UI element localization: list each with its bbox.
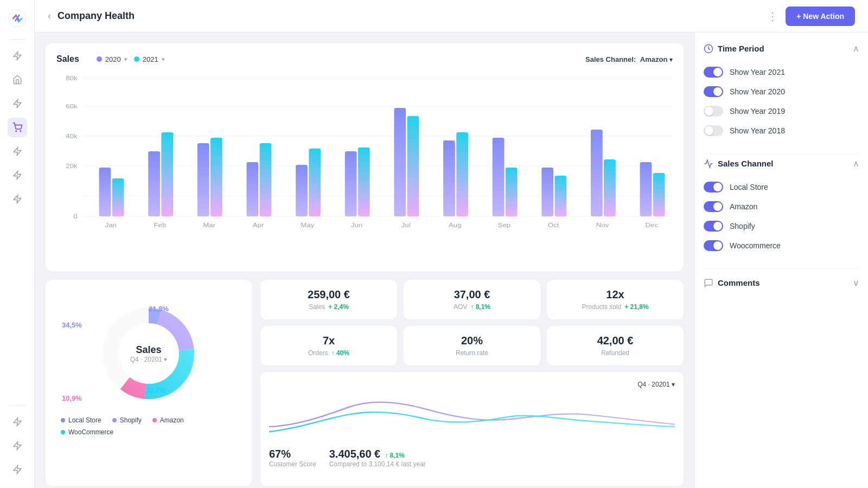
toggle-2019-switch[interactable] bbox=[704, 106, 723, 117]
svg-text:Jan: Jan bbox=[105, 222, 117, 229]
svg-text:Jun: Jun bbox=[351, 222, 362, 229]
time-period-section: Time Period ∧ Show Year 2021 bbox=[704, 43, 859, 140]
toggle-shopify-switch[interactable] bbox=[704, 221, 723, 232]
toggle-amazon-switch[interactable] bbox=[704, 201, 723, 212]
time-period-title: Time Period bbox=[704, 44, 764, 54]
sidebar-bolt5[interactable] bbox=[8, 189, 27, 209]
toggle-2018: Show Year 2018 bbox=[704, 121, 859, 140]
svg-text:Feb: Feb bbox=[154, 222, 166, 229]
metrics-column: 259,00 € Sales + 2,4% 37,00 € AOV ↑ 8,1% bbox=[260, 280, 684, 486]
svg-marker-10 bbox=[14, 171, 21, 179]
time-period-header: Time Period ∧ bbox=[704, 43, 859, 54]
sidebar-bolt3[interactable] bbox=[8, 142, 27, 161]
svg-marker-6 bbox=[14, 100, 21, 108]
sidebar-bottom-bolt3[interactable] bbox=[8, 460, 27, 479]
toggle-2019: Show Year 2019 bbox=[704, 101, 859, 121]
toggle-woocommerce-switch[interactable] bbox=[704, 240, 723, 251]
year-badges: 2020 ▾ 2021 ▾ bbox=[97, 55, 165, 63]
toggle-local-store-switch[interactable] bbox=[704, 182, 723, 192]
sales-channel-section: Sales Channel ∧ Local Store bbox=[704, 158, 859, 255]
more-options-button[interactable]: ⋮ bbox=[767, 10, 779, 23]
year-2020-badge[interactable]: 2020 ▾ bbox=[97, 55, 127, 63]
sidebar-bolt1[interactable] bbox=[8, 46, 27, 66]
header: ‹ Company Health ⋮ + New Action bbox=[35, 0, 868, 33]
line-chart-card: Q4 · 20201 ▾ bbox=[260, 372, 684, 486]
toggle-2018-switch[interactable] bbox=[704, 125, 723, 136]
comments-expand[interactable]: ∨ bbox=[853, 278, 859, 288]
svg-rect-33 bbox=[260, 143, 272, 216]
new-action-button[interactable]: + New Action bbox=[786, 7, 855, 26]
sidebar-cart[interactable] bbox=[8, 118, 27, 137]
svg-text:0: 0 bbox=[73, 213, 78, 220]
donut-legend: Local Store Shopify Amazon WooComme bbox=[56, 416, 241, 436]
legend-woocommerce: WooCommerce bbox=[61, 428, 113, 436]
svg-text:May: May bbox=[301, 222, 315, 229]
toggle-2020-switch[interactable] bbox=[704, 86, 723, 97]
svg-rect-49 bbox=[653, 173, 665, 216]
second-metrics-row: 7x Orders ↑ 40% 20% Return rate 42,00 € bbox=[260, 326, 684, 365]
customer-score-metric: 67% Customer Score bbox=[269, 448, 316, 468]
sales-channel-collapse[interactable]: ∧ bbox=[853, 158, 859, 169]
app-logo[interactable]: X bbox=[8, 9, 27, 28]
svg-rect-31 bbox=[210, 138, 222, 216]
year-2021-badge[interactable]: 2021 ▾ bbox=[134, 55, 165, 63]
sidebar-bottom-bolt1[interactable] bbox=[8, 412, 27, 432]
svg-rect-28 bbox=[148, 151, 160, 216]
page-title: Company Health bbox=[58, 10, 761, 22]
svg-marker-12 bbox=[14, 418, 21, 426]
sidebar-bolt4[interactable] bbox=[8, 165, 27, 185]
svg-rect-46 bbox=[591, 130, 603, 216]
time-period-collapse[interactable]: ∧ bbox=[853, 43, 859, 54]
svg-rect-43 bbox=[506, 168, 518, 216]
revenue-metric: 3.405,60 € ↑ 8,1% Compared to 3.100,14 €… bbox=[329, 448, 426, 468]
sidebar-bottom-bolt2[interactable] bbox=[8, 436, 27, 455]
svg-rect-47 bbox=[604, 159, 616, 216]
svg-rect-42 bbox=[493, 138, 505, 216]
main-content: ‹ Company Health ⋮ + New Action Sales 20… bbox=[35, 0, 868, 488]
toggle-2021-switch[interactable] bbox=[704, 67, 723, 78]
charts-area: Sales 2020 ▾ 2021 ▾ bbox=[35, 33, 694, 488]
left-sidebar: X bbox=[0, 0, 35, 488]
toggle-shopify: Shopify bbox=[704, 216, 859, 236]
svg-marker-5 bbox=[14, 52, 21, 60]
sidebar-bolt2[interactable] bbox=[8, 94, 27, 113]
svg-rect-38 bbox=[394, 108, 406, 216]
legend-amazon: Amazon bbox=[152, 416, 184, 424]
svg-rect-26 bbox=[99, 168, 111, 216]
svg-text:Mar: Mar bbox=[203, 222, 215, 229]
svg-text:Oct: Oct bbox=[548, 222, 559, 229]
svg-marker-9 bbox=[14, 147, 21, 156]
pct-localstore: 34,5% bbox=[62, 321, 82, 329]
line-chart-header: Q4 · 20201 ▾ bbox=[269, 381, 675, 388]
svg-text:Nov: Nov bbox=[596, 222, 610, 229]
svg-rect-34 bbox=[296, 165, 308, 216]
svg-text:20k: 20k bbox=[66, 163, 78, 170]
svg-text:Sep: Sep bbox=[498, 222, 511, 229]
svg-rect-30 bbox=[197, 143, 209, 216]
svg-point-8 bbox=[20, 131, 21, 132]
period-selector[interactable]: Q4 · 20201 ▾ bbox=[637, 381, 675, 388]
svg-marker-14 bbox=[14, 466, 21, 474]
toggle-local-store: Local Store bbox=[704, 177, 859, 197]
pct-amazon: 10,9% bbox=[62, 394, 82, 402]
chart-title: Sales bbox=[56, 54, 79, 64]
svg-rect-48 bbox=[640, 162, 652, 216]
legend-shopify: Shopify bbox=[112, 416, 142, 424]
metric-sales: 259,00 € Sales + 2,4% bbox=[260, 280, 397, 319]
sidebar-home[interactable] bbox=[8, 70, 27, 89]
clock-icon bbox=[704, 44, 713, 54]
chart-icon bbox=[704, 159, 713, 169]
dashboard: Sales 2020 ▾ 2021 ▾ bbox=[35, 33, 868, 488]
sales-chart-card: Sales 2020 ▾ 2021 ▾ bbox=[46, 43, 684, 271]
toggle-woocommerce: Woocommerce bbox=[704, 236, 859, 255]
svg-rect-27 bbox=[112, 178, 124, 216]
toggle-amazon: Amazon bbox=[704, 197, 859, 216]
metric-return-rate: 20% Return rate bbox=[404, 326, 540, 365]
sales-channel-selector[interactable]: Sales Channel: Amazon ▾ bbox=[585, 55, 673, 63]
svg-text:Dec: Dec bbox=[646, 222, 659, 229]
sales-channel-title: Sales Channel bbox=[704, 159, 774, 169]
line-chart-footer: 67% Customer Score 3.405,60 € ↑ 8,1% Com… bbox=[269, 448, 675, 468]
back-button[interactable]: ‹ bbox=[48, 10, 51, 22]
comments-title: Comments bbox=[704, 278, 760, 288]
svg-marker-11 bbox=[14, 195, 21, 203]
